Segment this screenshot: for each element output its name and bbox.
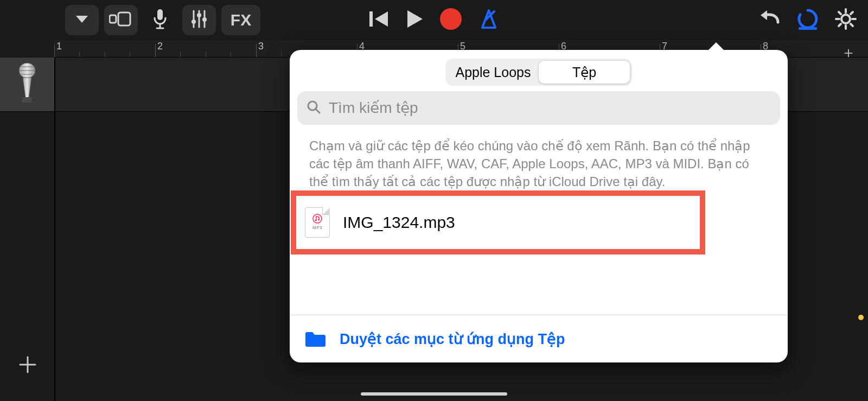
svg-point-7 <box>192 20 196 24</box>
fx-label: FX <box>231 11 251 29</box>
toolbar-dropdown-button[interactable] <box>65 5 99 35</box>
top-toolbar: FX <box>0 0 868 40</box>
svg-line-34 <box>316 109 320 113</box>
svg-rect-19 <box>799 27 817 30</box>
file-list: MP3 IMG_1324.mp3 <box>290 186 788 268</box>
record-button[interactable] <box>439 7 463 33</box>
svg-line-28 <box>839 24 841 26</box>
undo-button[interactable] <box>760 9 781 31</box>
svg-rect-1 <box>110 15 116 23</box>
loop-icon <box>796 23 819 32</box>
metronome-icon <box>478 22 500 31</box>
microphone-icon <box>152 8 168 32</box>
svg-marker-0 <box>76 16 88 23</box>
svg-point-20 <box>841 15 850 23</box>
file-name-label: IMG_1324.mp3 <box>343 213 455 232</box>
svg-marker-18 <box>761 10 767 20</box>
ruler-mark: 3 <box>258 41 264 52</box>
file-ext-label: MP3 <box>312 225 322 230</box>
settings-button[interactable] <box>834 8 857 33</box>
metronome-button[interactable] <box>478 8 500 32</box>
svg-point-15 <box>440 8 462 30</box>
view-mode-icon <box>109 11 133 29</box>
svg-point-9 <box>197 13 201 17</box>
add-track-button[interactable] <box>14 352 41 379</box>
search-field[interactable] <box>297 91 780 125</box>
ruler-mark: 2 <box>157 41 163 52</box>
gear-icon <box>834 23 857 32</box>
svg-rect-3 <box>157 9 163 20</box>
file-item[interactable]: MP3 IMG_1324.mp3 <box>301 200 697 245</box>
svg-marker-14 <box>407 10 423 28</box>
tab-apple-loops[interactable]: Apple Loops <box>448 61 539 84</box>
folder-icon <box>304 330 327 348</box>
skip-back-icon <box>368 21 390 30</box>
record-icon <box>439 23 463 33</box>
browse-files-label: Duyệt các mục từ ứng dụng Tệp <box>340 330 565 348</box>
svg-line-26 <box>851 24 853 26</box>
search-input[interactable] <box>329 99 771 117</box>
svg-line-25 <box>839 12 841 14</box>
transport-controls <box>368 7 500 33</box>
play-button[interactable] <box>405 9 424 31</box>
svg-rect-30 <box>22 97 32 103</box>
input-mic-button[interactable] <box>143 5 177 35</box>
svg-point-35 <box>313 214 322 223</box>
svg-line-27 <box>851 12 853 14</box>
ruler-mark: 1 <box>56 41 62 52</box>
svg-point-37 <box>318 219 320 220</box>
sliders-icon <box>190 9 208 31</box>
loop-browser-popover: Apple Loops Tệp Chạm và giữ các tệp để k… <box>290 50 788 362</box>
toolbar-right-group <box>760 8 857 33</box>
status-dot <box>858 315 864 320</box>
undo-icon <box>760 21 781 30</box>
track-header[interactable] <box>0 58 54 112</box>
import-hint-text: Chạm và giữ các tệp để kéo chúng vào chế… <box>290 125 788 190</box>
view-mode-button[interactable] <box>104 5 138 35</box>
tab-label: Tệp <box>572 65 596 80</box>
tab-label: Apple Loops <box>455 65 531 80</box>
browser-tabs: Apple Loops Tệp <box>445 59 632 86</box>
fx-button[interactable]: FX <box>221 5 260 35</box>
toolbar-left-group: FX <box>65 5 260 35</box>
search-icon <box>306 99 321 117</box>
svg-marker-13 <box>375 11 388 27</box>
svg-point-11 <box>202 17 207 22</box>
track-divider <box>54 58 55 401</box>
mixer-button[interactable] <box>182 5 216 35</box>
skip-back-button[interactable] <box>368 9 390 31</box>
audio-file-icon: MP3 <box>305 207 330 238</box>
svg-point-36 <box>315 219 316 221</box>
play-icon <box>405 21 424 30</box>
home-indicator <box>361 392 507 396</box>
svg-rect-12 <box>369 11 373 27</box>
microphone-track-icon <box>15 62 40 107</box>
chevron-down-icon <box>74 14 90 27</box>
svg-rect-2 <box>118 12 130 26</box>
loop-browser-button[interactable] <box>796 8 819 33</box>
tab-files[interactable]: Tệp <box>539 61 630 84</box>
plus-icon <box>18 355 37 377</box>
browse-files-row[interactable]: Duyệt các mục từ ứng dụng Tệp <box>290 315 788 362</box>
